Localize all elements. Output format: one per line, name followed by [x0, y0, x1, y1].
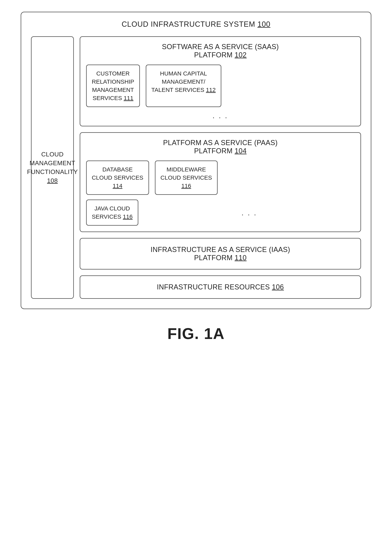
right-panels: SOFTWARE AS A SERVICE (SAAS)PLATFORM 102…: [80, 36, 361, 299]
database-cloud-services-box: DATABASECLOUD SERVICES114: [86, 161, 149, 195]
hcm-services-box: HUMAN CAPITALMANAGEMENT/TALENT SERVICES …: [146, 65, 221, 107]
crm-services-box: CUSTOMERRELATIONSHIPMANAGEMENTSERVICES 1…: [86, 65, 140, 107]
java-cloud-services-box: JAVA CLOUDSERVICES 116: [86, 200, 138, 226]
figure-label: FIG. 1A: [167, 325, 225, 343]
cloud-management-panel: CLOUDMANAGEMENTFUNCTIONALITY108: [31, 36, 74, 299]
middleware-cloud-services-box: MIDDLEWARECLOUD SERVICES116: [155, 161, 218, 195]
iaas-title: INFRASTRUCTURE AS A SERVICE (IAAS)PLATFO…: [86, 245, 355, 262]
paas-ellipsis: . . .: [144, 209, 355, 217]
infra-resources-panel: INFRASTRUCTURE RESOURCES 106: [80, 275, 361, 299]
saas-services-row: CUSTOMERRELATIONSHIPMANAGEMENTSERVICES 1…: [86, 65, 355, 107]
saas-panel: SOFTWARE AS A SERVICE (SAAS)PLATFORM 102…: [80, 36, 361, 126]
saas-ellipsis: . . .: [86, 112, 355, 120]
paas-title: PLATFORM AS A SERVICE (PAAS)PLATFORM 104: [86, 139, 355, 155]
iaas-panel: INFRASTRUCTURE AS A SERVICE (IAAS)PLATFO…: [80, 238, 361, 270]
paas-top-services-row: DATABASECLOUD SERVICES114 MIDDLEWARECLOU…: [86, 161, 355, 195]
saas-title: SOFTWARE AS A SERVICE (SAAS)PLATFORM 102: [86, 43, 355, 59]
main-layout: CLOUDMANAGEMENTFUNCTIONALITY108 SOFTWARE…: [31, 36, 361, 299]
cloud-infrastructure-diagram: CLOUD INFRASTRUCTURE SYSTEM 100 CLOUDMAN…: [21, 12, 371, 309]
paas-bottom-services-row: JAVA CLOUDSERVICES 116 . . .: [86, 200, 355, 226]
infra-title: INFRASTRUCTURE RESOURCES 106: [86, 283, 355, 291]
paas-panel: PLATFORM AS A SERVICE (PAAS)PLATFORM 104…: [80, 132, 361, 232]
outer-title: CLOUD INFRASTRUCTURE SYSTEM 100: [31, 20, 361, 28]
